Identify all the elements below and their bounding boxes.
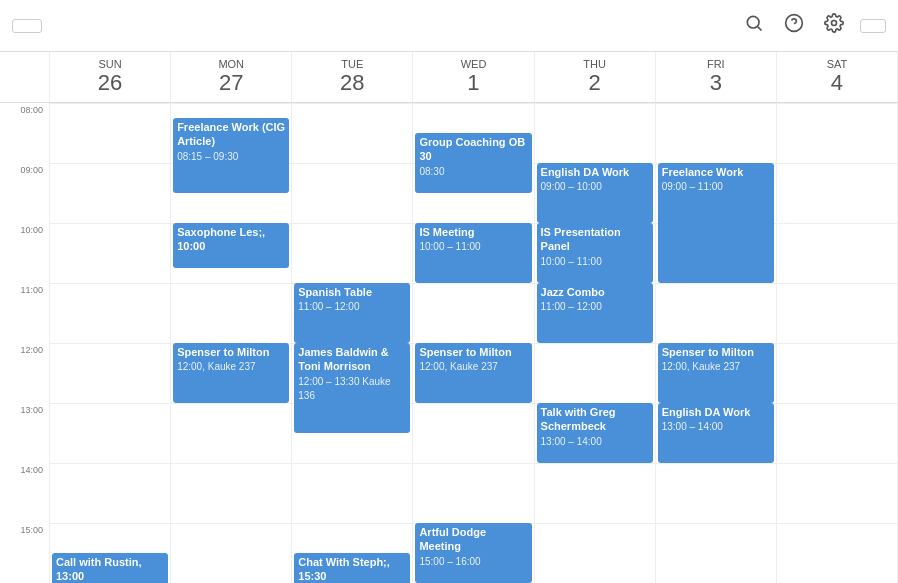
event[interactable]: Chat With Steph;, 15:30 [294, 553, 410, 583]
time-label-0900: 09:00 [0, 163, 50, 223]
next-button[interactable] [62, 22, 74, 30]
event[interactable]: Group Coaching OB 3008:30 [415, 133, 531, 193]
event-title: Spanish Table [298, 285, 406, 299]
event-time: 09:00 – 10:00 [541, 181, 602, 192]
event-time: 12:00 – 13:30 Kauke 136 [298, 376, 390, 401]
day-header-fri: FRI3 [656, 52, 777, 102]
event[interactable]: Call with Rustin, 13:00 [52, 553, 168, 583]
settings-button[interactable] [820, 9, 848, 42]
event-time: 12:00, Kauke 237 [662, 361, 740, 372]
event[interactable]: Spenser to Milton12:00, Kauke 237 [658, 343, 774, 403]
event-time: 08:15 – 09:30 [177, 151, 238, 162]
event-title: Group Coaching OB 30 [419, 135, 527, 164]
day-num-sun: 26 [50, 70, 170, 96]
event[interactable]: Freelance Work (CIG Article)08:15 – 09:3… [173, 118, 289, 193]
event-title: Talk with Greg Schermbeck [541, 405, 649, 434]
event-title: James Baldwin & Toni Morrison [298, 345, 406, 374]
day-header-sat: SAT4 [777, 52, 898, 102]
event-title: IS Presentation Panel [541, 225, 649, 254]
day-col-mon: Freelance Work (CIG Article)08:15 – 09:3… [171, 103, 292, 583]
day-num-tue: 28 [292, 70, 412, 96]
event[interactable]: Saxophone Les;, 10:00 [173, 223, 289, 268]
event-title: Saxophone Les;, 10:00 [177, 225, 285, 254]
svg-point-4 [832, 21, 837, 26]
day-name-wed: WED [413, 58, 533, 70]
day-col-thu: English DA Work09:00 – 10:00IS Presentat… [535, 103, 656, 583]
day-name-sun: SUN [50, 58, 170, 70]
event-title: English DA Work [541, 165, 649, 179]
event[interactable]: Freelance Work09:00 – 11:00 [658, 163, 774, 283]
day-num-mon: 27 [171, 70, 291, 96]
day-name-fri: FRI [656, 58, 776, 70]
today-button[interactable] [12, 19, 42, 33]
event-time: 12:00, Kauke 237 [419, 361, 497, 372]
event[interactable]: Artful Dodge Meeting15:00 – 16:00 [415, 523, 531, 583]
event[interactable]: English DA Work13:00 – 14:00 [658, 403, 774, 463]
event[interactable]: Spanish Table11:00 – 12:00 [294, 283, 410, 343]
help-button[interactable] [780, 9, 808, 42]
gmt-label [0, 52, 50, 102]
prev-button[interactable] [50, 22, 62, 30]
event[interactable]: Spenser to Milton12:00, Kauke 237 [415, 343, 531, 403]
week-selector-button[interactable] [860, 19, 886, 33]
day-col-sat [777, 103, 898, 583]
event-title: Call with Rustin, 13:00 [56, 555, 164, 583]
event[interactable]: Jazz Combo11:00 – 12:00 [537, 283, 653, 343]
day-name-thu: THU [535, 58, 655, 70]
event-title: IS Meeting [419, 225, 527, 239]
time-grid: 08:0009:0010:0011:0012:0013:0014:0015:00… [0, 103, 898, 583]
event[interactable]: Talk with Greg Schermbeck13:00 – 14:00 [537, 403, 653, 463]
calendar-header [0, 0, 898, 52]
event-time: 15:00 – 16:00 [419, 556, 480, 567]
event-title: Spenser to Milton [662, 345, 770, 359]
event-time: 13:00 – 14:00 [662, 421, 723, 432]
event-title: Spenser to Milton [419, 345, 527, 359]
event-title: Freelance Work (CIG Article) [177, 120, 285, 149]
day-header-thu: THU2 [535, 52, 656, 102]
day-header-wed: WED1 [413, 52, 534, 102]
day-header-tue: TUE28 [292, 52, 413, 102]
time-label-1400: 14:00 [0, 463, 50, 523]
event[interactable]: James Baldwin & Toni Morrison12:00 – 13:… [294, 343, 410, 433]
day-col-sun: Call with Rustin, 13:00Common Grounds Me… [50, 103, 171, 583]
svg-point-0 [747, 16, 759, 28]
day-num-wed: 1 [413, 70, 533, 96]
event-time: 13:00 – 14:00 [541, 436, 602, 447]
day-header-mon: MON27 [171, 52, 292, 102]
time-labels-column: 08:0009:0010:0011:0012:0013:0014:0015:00… [0, 103, 50, 583]
days-grid: Call with Rustin, 13:00Common Grounds Me… [50, 103, 898, 583]
event[interactable]: English DA Work09:00 – 10:00 [537, 163, 653, 223]
event-title: Artful Dodge Meeting [419, 525, 527, 554]
event-time: 12:00, Kauke 237 [177, 361, 255, 372]
event-time: 10:00 – 11:00 [541, 256, 602, 267]
event-title: Chat With Steph;, 15:30 [298, 555, 406, 583]
event-time: 11:00 – 12:00 [298, 301, 359, 312]
time-label-1000: 10:00 [0, 223, 50, 283]
event[interactable]: IS Meeting10:00 – 11:00 [415, 223, 531, 283]
day-col-fri: Freelance Work09:00 – 11:00Spenser to Mi… [656, 103, 777, 583]
day-num-fri: 3 [656, 70, 776, 96]
search-button[interactable] [740, 9, 768, 42]
day-name-mon: MON [171, 58, 291, 70]
day-name-tue: TUE [292, 58, 412, 70]
time-label-1200: 12:00 [0, 343, 50, 403]
day-header-sun: SUN26 [50, 52, 171, 102]
day-name-sat: SAT [777, 58, 897, 70]
time-label-1100: 11:00 [0, 283, 50, 343]
time-label-0800: 08:00 [0, 103, 50, 163]
calendar-body: SUN26 MON27 TUE28 WED1 THU2 FRI3 SAT4 08… [0, 52, 898, 583]
event-title: Jazz Combo [541, 285, 649, 299]
day-col-wed: Group Coaching OB 3008:30IS Meeting10:00… [413, 103, 534, 583]
time-label-1500: 15:00 [0, 523, 50, 583]
event[interactable]: Spenser to Milton12:00, Kauke 237 [173, 343, 289, 403]
time-label-1300: 13:00 [0, 403, 50, 463]
header-actions [740, 9, 886, 42]
event-title: English DA Work [662, 405, 770, 419]
day-num-sat: 4 [777, 70, 897, 96]
event-time: 10:00 – 11:00 [419, 241, 480, 252]
day-num-thu: 2 [535, 70, 655, 96]
event[interactable]: IS Presentation Panel10:00 – 11:00 [537, 223, 653, 283]
day-col-tue: Spanish Table11:00 – 12:00James Baldwin … [292, 103, 413, 583]
event-time: 09:00 – 11:00 [662, 181, 723, 192]
event-title: Freelance Work [662, 165, 770, 179]
